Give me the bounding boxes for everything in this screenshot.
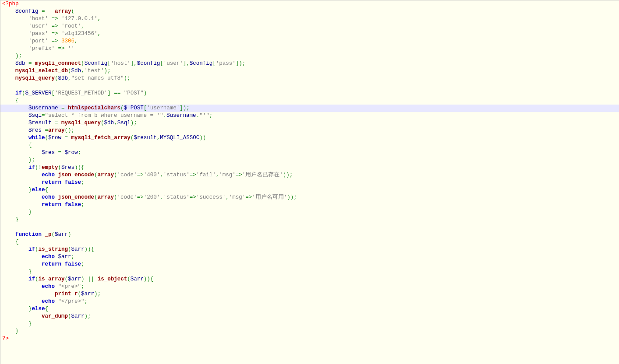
token-punct: )){: [144, 276, 154, 282]
code-line[interactable]: if(is_string($arr)){: [0, 246, 619, 253]
code-line[interactable]: return false;: [0, 179, 619, 186]
token-punct: ,: [68, 75, 71, 81]
token-punct: [: [52, 90, 55, 96]
code-line[interactable]: };: [0, 157, 619, 164]
code-line[interactable]: if(is_array($arr) || is_object($arr)){: [0, 276, 619, 283]
code-line[interactable]: echo json_encode(array('code'=>'400','st…: [0, 172, 619, 179]
token-punct: ;: [81, 261, 85, 267]
token-text: [2, 298, 42, 304]
code-line[interactable]: echo json_encode(array('code'=>'200','st…: [0, 194, 619, 201]
token-text: [55, 46, 58, 52]
token-punct: }: [15, 328, 19, 334]
token-text: [58, 31, 62, 37]
code-line[interactable]: return false;: [0, 201, 619, 209]
token-punct: ,: [114, 120, 117, 126]
code-line[interactable]: ?>: [0, 335, 619, 343]
code-line[interactable]: }: [0, 320, 619, 328]
token-func: array: [98, 172, 114, 178]
token-text: [2, 60, 15, 66]
token-op: =>: [52, 31, 58, 37]
token-punct: (: [55, 75, 58, 81]
token-str: "<pre>": [58, 284, 81, 290]
token-punct: {: [45, 187, 49, 193]
code-line[interactable]: $res = $row;: [0, 149, 619, 157]
token-func: is_object: [98, 276, 127, 282]
code-line[interactable]: return false;: [0, 261, 619, 268]
code-line[interactable]: 'port' => 3306,: [0, 38, 619, 45]
token-var: $row: [65, 150, 78, 156]
code-line[interactable]: function _p($arr): [0, 231, 619, 238]
token-punct: }: [28, 306, 32, 312]
token-str: 'username': [147, 105, 180, 111]
code-line[interactable]: $res =array();: [0, 127, 619, 134]
token-text: [2, 202, 42, 208]
token-keyword: echo: [42, 194, 55, 200]
token-op: =: [55, 120, 58, 126]
code-line[interactable]: $config = array(: [0, 8, 619, 15]
code-line[interactable]: }else{: [0, 305, 619, 313]
token-func: mysqli_connect: [35, 60, 81, 66]
code-line[interactable]: }: [0, 216, 619, 224]
code-line[interactable]: $db = mysqli_connect($config['host'],$co…: [0, 60, 619, 67]
token-op: =>: [137, 172, 144, 178]
token-text: [65, 105, 68, 111]
token-punct: ]);: [236, 60, 246, 66]
token-punct: (: [114, 172, 117, 178]
token-text: [61, 150, 65, 156]
token-punct: ],: [183, 60, 190, 66]
token-text: [55, 284, 58, 290]
token-punct: (: [58, 164, 62, 171]
token-text: [2, 291, 55, 297]
code-line[interactable]: {: [0, 238, 619, 246]
token-op: =: [28, 60, 32, 66]
code-line[interactable]: <?php: [0, 0, 619, 8]
token-str: '400': [144, 172, 160, 178]
token-str: 'wlg123456': [61, 31, 98, 37]
token-punct: [: [160, 60, 163, 66]
token-keyword: echo: [42, 284, 55, 290]
code-line[interactable]: 'host' => '127.0.0.1',: [0, 15, 619, 23]
token-punct: ,: [160, 194, 163, 200]
token-text: [2, 246, 28, 252]
code-line[interactable]: echo "</pre>";: [0, 298, 619, 305]
code-line[interactable]: [0, 224, 619, 231]
code-line[interactable]: print_r($arr);: [0, 290, 619, 298]
code-line[interactable]: {: [0, 97, 619, 105]
code-line[interactable]: echo "<pre>";: [0, 283, 619, 290]
token-punct: ,: [160, 172, 163, 178]
code-line[interactable]: }: [0, 328, 619, 335]
code-line[interactable]: if($_SERVER['REQUEST_METHOD'] == "POST"): [0, 90, 619, 97]
code-line[interactable]: }: [0, 268, 619, 276]
code-line[interactable]: );: [0, 52, 619, 60]
token-op: =>: [236, 172, 242, 178]
code-line[interactable]: mysqli_select_db($db,'test');: [0, 67, 619, 75]
token-var: $arr: [55, 231, 68, 238]
token-func: htmlspecialchars: [68, 105, 120, 111]
code-line[interactable]: $username = htmlspecialchars($_POST['use…: [0, 105, 619, 112]
code-line[interactable]: echo $arr;: [0, 253, 619, 261]
code-line[interactable]: }: [0, 209, 619, 216]
code-line[interactable]: mysqli_query($db,"set names utf8");: [0, 75, 619, 82]
code-line[interactable]: 'user' => 'root',: [0, 23, 619, 30]
code-editor[interactable]: <?php $config = array( 'host' => '127.0.…: [0, 0, 619, 364]
token-var: $result: [28, 120, 52, 126]
token-punct: {: [45, 306, 49, 312]
code-line[interactable]: 'prefix' => '': [0, 45, 619, 52]
token-text: [85, 276, 88, 282]
token-text: [111, 90, 114, 96]
code-line[interactable]: $sql="select * from b where username = '…: [0, 112, 619, 119]
token-var: $res: [28, 127, 42, 133]
code-line[interactable]: $result = mysqli_query($db,$sql);: [0, 119, 619, 127]
code-line[interactable]: var_dump($arr);: [0, 313, 619, 320]
code-line[interactable]: 'pass' => 'wlg123456',: [0, 30, 619, 38]
code-line[interactable]: }else{: [0, 186, 619, 194]
token-str: '': [68, 46, 74, 52]
code-line[interactable]: if(!empty($res)){: [0, 164, 619, 172]
token-text: [68, 135, 71, 141]
token-func: array: [48, 127, 65, 133]
code-line[interactable]: {: [0, 142, 619, 149]
token-text: [58, 105, 62, 111]
token-keyword: echo: [42, 172, 55, 178]
code-line[interactable]: while($row = mysqli_fetch_array($result,…: [0, 134, 619, 142]
code-line[interactable]: [0, 82, 619, 90]
